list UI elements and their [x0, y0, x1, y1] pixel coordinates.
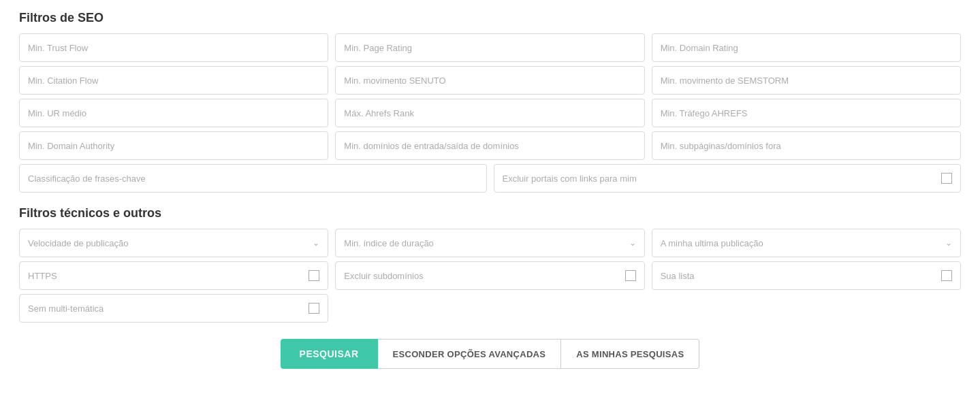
max-ahrefs-rank-input[interactable] — [335, 99, 644, 127]
sua-lista-checkbox[interactable] — [941, 270, 952, 281]
min-domain-rating-input[interactable] — [652, 33, 961, 62]
min-trust-flow-input[interactable] — [19, 33, 328, 62]
sua-lista-label: Sua lista — [661, 271, 695, 281]
chevron-down-icon: ⌄ — [313, 238, 319, 248]
excluir-portais-field: Excluir portais com links para mim — [494, 164, 962, 193]
chevron-down-icon: ⌄ — [629, 238, 636, 248]
min-trafego-ahrefs-input[interactable] — [652, 99, 961, 127]
excluir-portais-label: Excluir portais com links para mim — [503, 174, 637, 184]
search-button[interactable]: PESQUISAR — [281, 339, 378, 369]
seo-row-3 — [19, 99, 961, 127]
https-checkbox[interactable] — [309, 270, 319, 281]
footer-buttons: PESQUISAR ESCONDER OPÇÕES AVANÇADAS AS M… — [19, 339, 961, 369]
min-ur-medio-input[interactable] — [19, 99, 328, 127]
sua-lista-field: Sua lista — [652, 261, 961, 290]
technical-section: Filtros técnicos e outros Velocidade de … — [19, 206, 961, 323]
min-indice-duracao-select[interactable]: Min. índice de duração ⌄ — [335, 229, 644, 257]
my-searches-button[interactable]: AS MINHAS PESQUISAS — [561, 339, 699, 369]
sem-multi-tematica-label: Sem multi-temática — [28, 303, 104, 314]
min-movimento-senuto-input[interactable] — [335, 66, 644, 95]
https-label: HTTPS — [28, 271, 57, 281]
min-dominios-entrada-input[interactable] — [335, 131, 644, 160]
a-minha-ultima-select[interactable]: A minha ultima publicação ⌄ — [652, 229, 961, 257]
min-subpaginas-input[interactable] — [652, 131, 961, 160]
technical-row-1: Velocidade de publicação ⌄ Min. índice d… — [19, 229, 961, 257]
https-field: HTTPS — [19, 261, 328, 290]
min-movimento-semstorm-input[interactable] — [652, 66, 961, 95]
seo-row-4 — [19, 131, 961, 160]
excluir-subdominios-label: Excluir subdomínios — [344, 271, 423, 281]
excluir-subdominios-field: Excluir subdomínios — [335, 261, 644, 290]
classificacao-frases-input[interactable] — [19, 164, 487, 193]
chevron-down-icon: ⌄ — [945, 238, 952, 248]
technical-row-2: HTTPS Excluir subdomínios Sua lista — [19, 261, 961, 290]
hide-advanced-button[interactable]: ESCONDER OPÇÕES AVANÇADAS — [378, 339, 562, 369]
velocidade-publicacao-label: Velocidade de publicação — [28, 238, 128, 248]
a-minha-ultima-label: A minha ultima publicação — [661, 238, 763, 248]
technical-row-3: Sem multi-temática — [19, 294, 961, 323]
velocidade-publicacao-select[interactable]: Velocidade de publicação ⌄ — [19, 229, 328, 257]
technical-section-title: Filtros técnicos e outros — [19, 206, 961, 220]
sem-multi-tematica-field: Sem multi-temática — [19, 294, 328, 323]
seo-row-1 — [19, 33, 961, 62]
seo-section-title: Filtros de SEO — [19, 11, 961, 25]
min-citation-flow-input[interactable] — [19, 66, 328, 95]
excluir-portais-checkbox[interactable] — [941, 173, 952, 184]
seo-row-5: Excluir portais com links para mim — [19, 164, 961, 193]
excluir-subdominios-checkbox[interactable] — [625, 270, 636, 281]
min-indice-duracao-label: Min. índice de duração — [344, 238, 434, 248]
min-domain-authority-input[interactable] — [19, 131, 328, 160]
sem-multi-tematica-checkbox[interactable] — [309, 303, 319, 314]
min-page-rating-input[interactable] — [335, 33, 644, 62]
seo-row-2 — [19, 66, 961, 95]
